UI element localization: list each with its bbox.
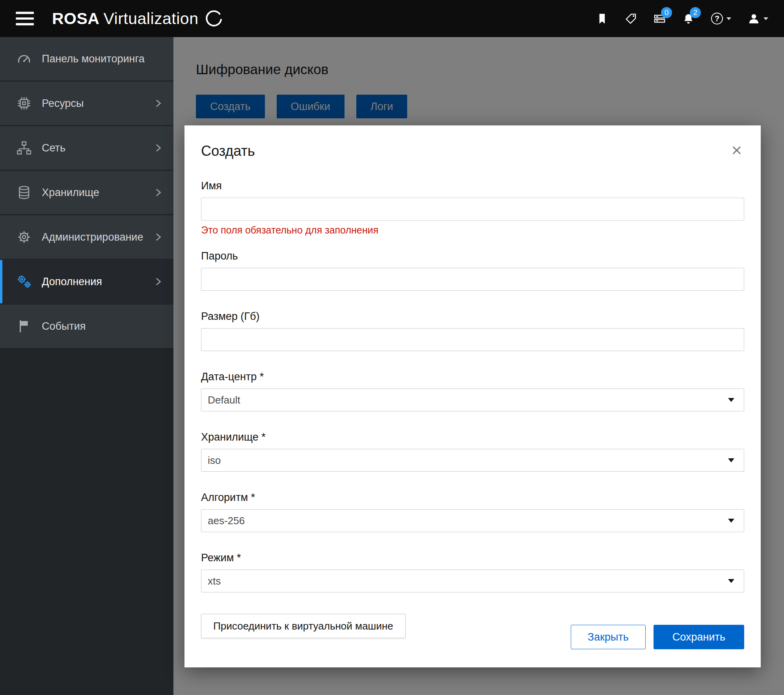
password-label: Пароль [201,250,744,262]
storage-label: Хранилище * [201,431,744,443]
sidebar-item-network[interactable]: Сеть [0,126,173,170]
app-root: ROSAVirtualization 0 [0,0,784,695]
dropdown-caret-icon [728,579,734,583]
sidebar-item-addons[interactable]: Дополнения [0,260,173,303]
bookmark-button[interactable] [596,13,608,25]
hamburger-icon [16,11,34,26]
sidebar-item-administration[interactable]: Администрирование [0,215,173,259]
tasks-button[interactable]: 0 [654,13,666,25]
sidebar-item-storage[interactable]: Хранилище [0,171,173,214]
sidebar-item-label: Дополнения [42,276,154,288]
bookmark-icon [596,13,608,25]
modal-footer: Закрыть Сохранить [571,625,744,649]
datacenter-select[interactable]: Default [201,389,744,411]
tasks-badge: 0 [661,7,672,18]
mode-label: Режим * [201,552,744,564]
dropdown-caret-icon [728,519,734,523]
help-button[interactable]: ? [711,13,731,24]
datacenter-select-value: Default [208,394,240,406]
database-icon [17,185,32,200]
dropdown-caret-icon [728,458,734,462]
field-group-name: Имя Это поля обязательно для заполнения [201,180,744,236]
field-group-size: Размер (Гб) [201,310,744,351]
create-modal: Создать Имя Это поля обязательно для зап… [184,125,761,667]
help-icon: ? [711,13,723,24]
sidebar-item-label: Ресурсы [42,97,154,110]
notifications-button[interactable]: 2 [682,13,695,25]
modal-title: Создать [201,143,255,159]
tags-button[interactable] [625,13,637,25]
field-group-mode: Режим * xts [201,552,744,592]
field-group-datacenter: Дата-центр * Default [201,371,744,411]
mode-select[interactable]: xts [201,570,744,592]
user-icon [748,13,760,25]
save-button[interactable]: Сохранить [654,625,744,649]
sidebar-item-resources[interactable]: Ресурсы [0,82,173,125]
sidebar-item-label: Сеть [42,142,154,154]
flag-icon [17,319,32,334]
dropdown-caret-icon [728,398,734,402]
chip-icon [17,96,32,111]
brand-bold: ROSA [52,9,99,28]
tag-icon [625,13,637,25]
rosa-logo-icon [205,9,223,28]
size-label: Размер (Гб) [201,310,744,323]
name-field[interactable] [201,198,744,220]
menu-toggle-button[interactable] [16,11,34,26]
algorithm-select-value: aes-256 [208,515,245,527]
network-icon [17,140,32,155]
header-actions: 0 2 ? [596,13,768,25]
user-menu-button[interactable] [748,13,768,25]
sidebar-item-label: Хранилище [42,187,154,199]
chevron-right-icon [154,99,162,108]
chevron-right-icon [154,277,162,286]
attach-to-vm-button[interactable]: Присоединить к виртуальной машине [201,614,406,638]
chevron-down-icon [764,17,768,20]
chevron-right-icon [154,233,162,241]
close-icon [732,145,742,155]
plugins-gears-icon [17,274,32,289]
mode-select-value: xts [208,575,221,587]
size-field[interactable] [201,328,744,351]
modal-close-button[interactable] [729,143,744,158]
sidebar: Панель мониторинга Ресурсы Сеть Храни [0,37,173,695]
algorithm-select[interactable]: aes-256 [201,509,744,532]
chevron-down-icon [726,17,731,20]
notifications-badge: 2 [690,7,701,18]
sidebar-item-label: Панель мониторинга [42,53,162,65]
gear-icon [17,230,32,245]
close-button[interactable]: Закрыть [571,625,646,649]
password-field[interactable] [201,268,744,291]
algorithm-label: Алгоритм * [201,491,744,504]
storage-select[interactable]: iso [201,449,744,472]
modal-form: Имя Это поля обязательно для заполнения … [201,180,744,638]
chevron-right-icon [154,144,162,152]
datacenter-label: Дата-центр * [201,371,744,383]
brand-rest: Virtualization [103,9,198,28]
storage-select-value: iso [208,454,221,467]
app-title: ROSAVirtualization [52,9,198,28]
sidebar-item-label: События [42,320,162,333]
sidebar-item-label: Администрирование [42,231,154,243]
field-group-password: Пароль [201,250,744,291]
chevron-right-icon [154,188,162,197]
sidebar-item-events[interactable]: События [0,305,173,348]
sidebar-item-dashboard[interactable]: Панель мониторинга [0,37,173,80]
dashboard-icon [17,51,32,66]
name-label: Имя [201,180,744,192]
field-group-storage: Хранилище * iso [201,431,744,472]
name-error-text: Это поля обязательно для заполнения [201,224,744,236]
field-group-algorithm: Алгоритм * aes-256 [201,491,744,532]
top-header: ROSAVirtualization 0 [0,0,784,37]
